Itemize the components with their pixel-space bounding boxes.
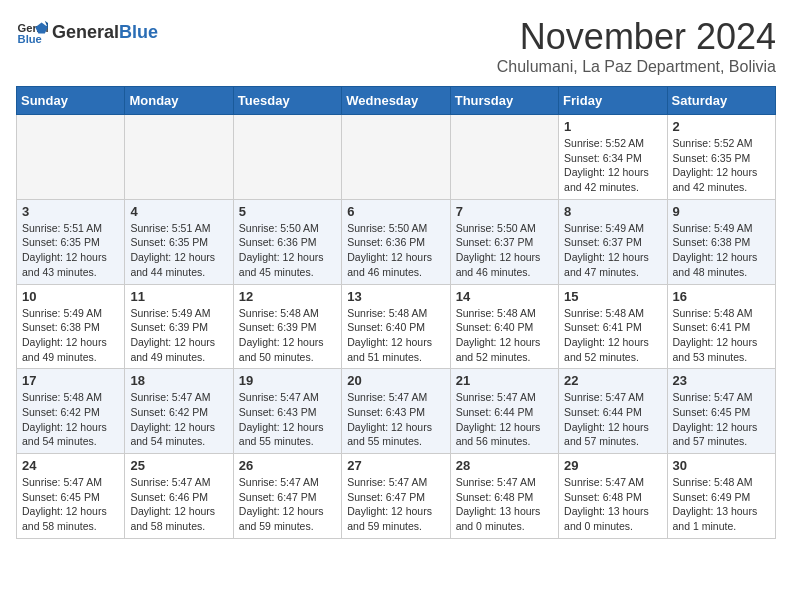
day-info: Sunrise: 5:50 AM Sunset: 6:36 PM Dayligh…	[347, 221, 444, 280]
day-info: Sunrise: 5:51 AM Sunset: 6:35 PM Dayligh…	[22, 221, 119, 280]
day-info: Sunrise: 5:47 AM Sunset: 6:44 PM Dayligh…	[456, 390, 553, 449]
day-info: Sunrise: 5:47 AM Sunset: 6:47 PM Dayligh…	[347, 475, 444, 534]
day-header-row: Sunday Monday Tuesday Wednesday Thursday…	[17, 87, 776, 115]
day-number: 2	[673, 119, 770, 134]
day-number: 22	[564, 373, 661, 388]
day-number: 12	[239, 289, 336, 304]
calendar-cell: 14Sunrise: 5:48 AM Sunset: 6:40 PM Dayli…	[450, 284, 558, 369]
calendar-cell	[233, 115, 341, 200]
day-info: Sunrise: 5:48 AM Sunset: 6:39 PM Dayligh…	[239, 306, 336, 365]
calendar-cell: 9Sunrise: 5:49 AM Sunset: 6:38 PM Daylig…	[667, 199, 775, 284]
day-info: Sunrise: 5:49 AM Sunset: 6:38 PM Dayligh…	[22, 306, 119, 365]
calendar-cell	[342, 115, 450, 200]
day-info: Sunrise: 5:50 AM Sunset: 6:36 PM Dayligh…	[239, 221, 336, 280]
day-number: 6	[347, 204, 444, 219]
day-number: 14	[456, 289, 553, 304]
header-wednesday: Wednesday	[342, 87, 450, 115]
day-number: 18	[130, 373, 227, 388]
page-header: General Blue General Blue November 2024 …	[16, 16, 776, 76]
header-thursday: Thursday	[450, 87, 558, 115]
day-info: Sunrise: 5:48 AM Sunset: 6:41 PM Dayligh…	[564, 306, 661, 365]
calendar-cell: 10Sunrise: 5:49 AM Sunset: 6:38 PM Dayli…	[17, 284, 125, 369]
calendar-cell: 4Sunrise: 5:51 AM Sunset: 6:35 PM Daylig…	[125, 199, 233, 284]
day-info: Sunrise: 5:48 AM Sunset: 6:40 PM Dayligh…	[456, 306, 553, 365]
calendar-cell	[125, 115, 233, 200]
day-info: Sunrise: 5:52 AM Sunset: 6:35 PM Dayligh…	[673, 136, 770, 195]
logo-icon: General Blue	[16, 16, 48, 48]
logo: General Blue General Blue	[16, 16, 158, 48]
day-number: 10	[22, 289, 119, 304]
day-number: 19	[239, 373, 336, 388]
calendar-cell: 13Sunrise: 5:48 AM Sunset: 6:40 PM Dayli…	[342, 284, 450, 369]
logo-general: General	[52, 22, 119, 43]
week-row-4: 17Sunrise: 5:48 AM Sunset: 6:42 PM Dayli…	[17, 369, 776, 454]
day-info: Sunrise: 5:47 AM Sunset: 6:42 PM Dayligh…	[130, 390, 227, 449]
day-info: Sunrise: 5:47 AM Sunset: 6:44 PM Dayligh…	[564, 390, 661, 449]
calendar-cell: 15Sunrise: 5:48 AM Sunset: 6:41 PM Dayli…	[559, 284, 667, 369]
day-number: 3	[22, 204, 119, 219]
calendar-cell: 29Sunrise: 5:47 AM Sunset: 6:48 PM Dayli…	[559, 454, 667, 539]
day-info: Sunrise: 5:47 AM Sunset: 6:45 PM Dayligh…	[22, 475, 119, 534]
day-info: Sunrise: 5:49 AM Sunset: 6:38 PM Dayligh…	[673, 221, 770, 280]
day-info: Sunrise: 5:47 AM Sunset: 6:47 PM Dayligh…	[239, 475, 336, 534]
day-number: 9	[673, 204, 770, 219]
calendar-cell: 11Sunrise: 5:49 AM Sunset: 6:39 PM Dayli…	[125, 284, 233, 369]
title-section: November 2024 Chulumani, La Paz Departme…	[497, 16, 776, 76]
day-number: 27	[347, 458, 444, 473]
day-number: 21	[456, 373, 553, 388]
day-number: 5	[239, 204, 336, 219]
calendar-cell: 26Sunrise: 5:47 AM Sunset: 6:47 PM Dayli…	[233, 454, 341, 539]
day-number: 7	[456, 204, 553, 219]
logo-blue: Blue	[119, 22, 158, 43]
calendar-cell: 27Sunrise: 5:47 AM Sunset: 6:47 PM Dayli…	[342, 454, 450, 539]
header-tuesday: Tuesday	[233, 87, 341, 115]
calendar-cell	[450, 115, 558, 200]
calendar-cell: 5Sunrise: 5:50 AM Sunset: 6:36 PM Daylig…	[233, 199, 341, 284]
calendar-cell: 19Sunrise: 5:47 AM Sunset: 6:43 PM Dayli…	[233, 369, 341, 454]
calendar-cell: 28Sunrise: 5:47 AM Sunset: 6:48 PM Dayli…	[450, 454, 558, 539]
calendar-cell: 23Sunrise: 5:47 AM Sunset: 6:45 PM Dayli…	[667, 369, 775, 454]
day-number: 8	[564, 204, 661, 219]
calendar-cell: 1Sunrise: 5:52 AM Sunset: 6:34 PM Daylig…	[559, 115, 667, 200]
header-friday: Friday	[559, 87, 667, 115]
day-info: Sunrise: 5:48 AM Sunset: 6:41 PM Dayligh…	[673, 306, 770, 365]
week-row-5: 24Sunrise: 5:47 AM Sunset: 6:45 PM Dayli…	[17, 454, 776, 539]
calendar-cell: 2Sunrise: 5:52 AM Sunset: 6:35 PM Daylig…	[667, 115, 775, 200]
calendar-cell: 21Sunrise: 5:47 AM Sunset: 6:44 PM Dayli…	[450, 369, 558, 454]
calendar-cell: 7Sunrise: 5:50 AM Sunset: 6:37 PM Daylig…	[450, 199, 558, 284]
day-info: Sunrise: 5:49 AM Sunset: 6:39 PM Dayligh…	[130, 306, 227, 365]
week-row-2: 3Sunrise: 5:51 AM Sunset: 6:35 PM Daylig…	[17, 199, 776, 284]
day-info: Sunrise: 5:47 AM Sunset: 6:46 PM Dayligh…	[130, 475, 227, 534]
calendar-cell: 17Sunrise: 5:48 AM Sunset: 6:42 PM Dayli…	[17, 369, 125, 454]
header-saturday: Saturday	[667, 87, 775, 115]
day-info: Sunrise: 5:51 AM Sunset: 6:35 PM Dayligh…	[130, 221, 227, 280]
day-number: 11	[130, 289, 227, 304]
day-number: 26	[239, 458, 336, 473]
calendar-cell: 24Sunrise: 5:47 AM Sunset: 6:45 PM Dayli…	[17, 454, 125, 539]
day-info: Sunrise: 5:47 AM Sunset: 6:43 PM Dayligh…	[239, 390, 336, 449]
calendar-cell: 3Sunrise: 5:51 AM Sunset: 6:35 PM Daylig…	[17, 199, 125, 284]
week-row-1: 1Sunrise: 5:52 AM Sunset: 6:34 PM Daylig…	[17, 115, 776, 200]
calendar-cell	[17, 115, 125, 200]
day-number: 30	[673, 458, 770, 473]
day-number: 25	[130, 458, 227, 473]
day-number: 20	[347, 373, 444, 388]
calendar-cell: 8Sunrise: 5:49 AM Sunset: 6:37 PM Daylig…	[559, 199, 667, 284]
day-info: Sunrise: 5:47 AM Sunset: 6:48 PM Dayligh…	[456, 475, 553, 534]
calendar-cell: 25Sunrise: 5:47 AM Sunset: 6:46 PM Dayli…	[125, 454, 233, 539]
calendar-cell: 16Sunrise: 5:48 AM Sunset: 6:41 PM Dayli…	[667, 284, 775, 369]
svg-text:Blue: Blue	[18, 33, 42, 45]
day-info: Sunrise: 5:49 AM Sunset: 6:37 PM Dayligh…	[564, 221, 661, 280]
day-number: 24	[22, 458, 119, 473]
header-monday: Monday	[125, 87, 233, 115]
day-info: Sunrise: 5:47 AM Sunset: 6:48 PM Dayligh…	[564, 475, 661, 534]
calendar-cell: 22Sunrise: 5:47 AM Sunset: 6:44 PM Dayli…	[559, 369, 667, 454]
day-info: Sunrise: 5:47 AM Sunset: 6:45 PM Dayligh…	[673, 390, 770, 449]
day-number: 28	[456, 458, 553, 473]
day-number: 29	[564, 458, 661, 473]
header-sunday: Sunday	[17, 87, 125, 115]
day-info: Sunrise: 5:50 AM Sunset: 6:37 PM Dayligh…	[456, 221, 553, 280]
day-info: Sunrise: 5:48 AM Sunset: 6:40 PM Dayligh…	[347, 306, 444, 365]
day-number: 4	[130, 204, 227, 219]
day-number: 15	[564, 289, 661, 304]
